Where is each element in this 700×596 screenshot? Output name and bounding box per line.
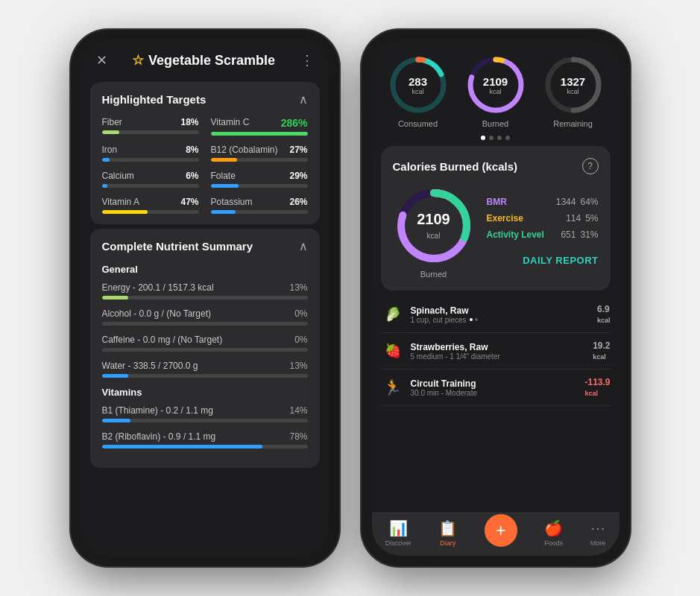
nutrient-b12-name: B12 (Cobalamin)	[211, 145, 278, 155]
dot-3	[497, 136, 502, 140]
dot-4	[505, 136, 510, 140]
spinach-kcal: 6.9kcal	[597, 304, 611, 325]
circuit-kcal: -113.9kcal	[584, 377, 610, 398]
nutrient-folate-pct: 29%	[289, 171, 307, 181]
left-screen: ✕ ☆ Vegetable Scramble ⋮ Highlighted Tar…	[81, 40, 329, 556]
nutrient-b12: B12 (Cobalamin) 27%	[211, 145, 308, 162]
nutrient-fiber-name: Fiber	[102, 117, 122, 127]
burned-donut: 2109 kcal	[393, 185, 475, 267]
daily-report-row: DAILY REPORT	[487, 253, 599, 267]
right-screen: 283 kcal Consumed	[372, 40, 619, 556]
info-icon[interactable]: ?	[582, 158, 599, 174]
food-item-circuit[interactable]: 🏃 Circuit Training 30.0 min - Moderate -…	[381, 370, 611, 406]
consumed-unit: kcal	[409, 88, 427, 95]
phones-container: ✕ ☆ Vegetable Scramble ⋮ Highlighted Tar…	[56, 15, 645, 581]
nutrient-vitaminc-pct: 286%	[281, 117, 308, 129]
nav-add[interactable]: +	[485, 520, 517, 547]
nutrient-energy-pct: 13%	[289, 282, 307, 293]
add-button[interactable]: +	[485, 514, 517, 547]
nutrient-folate-name: Folate	[211, 171, 236, 181]
nutrient-fiber-pct: 18%	[180, 117, 198, 127]
burned-label: Burned	[482, 119, 508, 128]
discover-label: Discover	[385, 539, 412, 547]
nutrient-b2: B2 (Riboflavin) - 0.9 / 1.1 mg 78%	[102, 431, 308, 448]
strawberries-name: Strawberries, Raw	[411, 342, 500, 352]
stat-activity-value: 651	[561, 229, 576, 240]
nutrient-fiber: Fiber 18%	[102, 117, 199, 136]
food-item-strawberries[interactable]: 🍓 Strawberries, Raw 5 medium - 1 1/4" di…	[381, 333, 611, 370]
left-phone: ✕ ☆ Vegetable Scramble ⋮ Highlighted Tar…	[71, 30, 339, 566]
right-phone: 283 kcal Consumed	[362, 30, 630, 566]
burned-card-title: Calories Burned (kcals)	[393, 160, 518, 173]
stat-exercise-value: 114	[566, 213, 581, 224]
circuit-icon: 🏃	[381, 375, 405, 399]
nutrient-b1-pct: 14%	[289, 405, 307, 416]
food-item-spinach[interactable]: 🥬 Spinach, Raw 1 cup, cut pieces	[381, 297, 611, 333]
burned-card-body: 2109 kcal Burned BMR 1344 64%	[393, 185, 599, 279]
nutrient-alcohol-pct: 0%	[294, 308, 307, 319]
highlighted-targets-chevron[interactable]: ∧	[299, 92, 308, 107]
highlighted-targets-title: Highlighted Targets	[102, 93, 206, 106]
nutrient-iron-pct: 8%	[186, 145, 198, 155]
nutrient-b1: B1 (Thiamine) - 0.2 / 1.1 mg 14%	[102, 405, 308, 422]
remaining-value: 1327	[561, 75, 585, 88]
close-icon[interactable]: ✕	[96, 52, 107, 69]
nutrient-folate: Folate 29%	[211, 171, 308, 188]
food-list: 🥬 Spinach, Raw 1 cup, cut pieces	[372, 291, 619, 513]
nutrient-energy-name: Energy - 200.1 / 1517.3 kcal	[102, 282, 214, 293]
spinach-name: Spinach, Raw	[411, 305, 478, 316]
burned-stats: BMR 1344 64% Exercise 114 5%	[487, 197, 599, 267]
spinach-desc: 1 cup, cut pieces	[411, 316, 478, 324]
nutrient-vitaminc-name: Vitamin C	[211, 117, 250, 129]
nutrient-potassium: Potassium 26%	[211, 197, 308, 214]
more-icon[interactable]: ⋮	[300, 52, 314, 69]
daily-report-btn[interactable]: DAILY REPORT	[523, 255, 598, 266]
stat-activity: Activity Level 651 31%	[487, 229, 599, 240]
nutrient-water: Water - 338.5 / 2700.0 g 13%	[102, 361, 308, 378]
burned-value: 2109	[483, 75, 508, 88]
general-subtitle: General	[102, 264, 308, 275]
circle-consumed: 283 kcal Consumed	[388, 55, 448, 128]
diary-label: Diary	[440, 539, 455, 547]
burned-unit: kcal	[483, 88, 508, 95]
nav-discover[interactable]: 📊 Discover	[385, 519, 412, 547]
stat-exercise-name: Exercise	[487, 213, 523, 224]
left-header: ✕ ☆ Vegetable Scramble ⋮	[81, 40, 329, 77]
nutrient-vitaminc: Vitamin C 286%	[211, 117, 308, 136]
star-icon: ☆	[132, 52, 144, 69]
nutrient-alcohol: Alcohol - 0.0 g / (No Target) 0%	[102, 308, 308, 326]
circuit-desc: 30.0 min - Moderate	[411, 389, 478, 397]
nutrients-grid: Fiber 18% Vitamin C 286%	[102, 117, 308, 214]
burned-label-bottom: Burned	[420, 270, 447, 279]
nutrient-iron-name: Iron	[102, 145, 118, 155]
nutrient-potassium-pct: 26%	[289, 197, 307, 207]
nutrient-vitamina-pct: 47%	[180, 197, 198, 207]
nutrient-calcium-pct: 6%	[186, 171, 198, 181]
circle-remaining-ring: 1327 kcal	[543, 55, 603, 115]
nav-diary[interactable]: 📋 Diary	[438, 519, 457, 547]
circles-row: 283 kcal Consumed	[372, 40, 619, 136]
foods-icon: 🍎	[544, 519, 563, 537]
nav-foods[interactable]: 🍎 Foods	[544, 519, 563, 547]
nutrient-calcium-name: Calcium	[102, 171, 134, 181]
nutrient-caffeine: Caffeine - 0.0 mg / (No Target) 0%	[102, 335, 308, 352]
circle-burned-ring: 2109 kcal	[466, 55, 526, 115]
strawberries-kcal: 19.2kcal	[593, 340, 610, 361]
complete-summary-header: Complete Nutrient Summary ∧	[102, 239, 308, 253]
circle-consumed-ring: 283 kcal	[388, 55, 448, 115]
nutrient-iron: Iron 8%	[102, 145, 199, 162]
stat-bmr: BMR 1344 64%	[487, 197, 599, 207]
complete-summary-chevron[interactable]: ∧	[299, 239, 308, 253]
burned-center-val: 2109	[417, 211, 450, 228]
recipe-title: Vegetable Scramble	[148, 53, 275, 69]
nutrient-alcohol-name: Alcohol - 0.0 g / (No Target)	[102, 308, 212, 319]
vitamins-subtitle: Vitamins	[102, 387, 308, 398]
nutrient-energy: Energy - 200.1 / 1517.3 kcal 13%	[102, 282, 308, 299]
nutrient-b1-name: B1 (Thiamine) - 0.2 / 1.1 mg	[102, 405, 213, 416]
stat-exercise-pct: 5%	[585, 213, 598, 224]
burned-card: Calories Burned (kcals) ?	[381, 146, 611, 291]
bottom-nav: 📊 Discover 📋 Diary + 🍎 Foods ⋯ More	[372, 513, 619, 556]
complete-summary-title: Complete Nutrient Summary	[102, 240, 253, 253]
burned-center-unit: kcal	[427, 232, 441, 240]
nav-more[interactable]: ⋯ More	[590, 519, 606, 547]
